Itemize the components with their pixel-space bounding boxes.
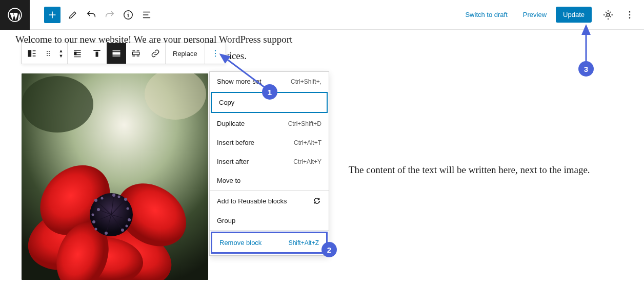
svg-point-11 <box>47 55 48 56</box>
svg-point-9 <box>47 53 48 54</box>
info-icon[interactable] <box>119 6 137 24</box>
svg-point-3 <box>629 11 631 12</box>
edit-mode-icon[interactable] <box>64 6 82 24</box>
wordpress-logo[interactable] <box>0 0 30 30</box>
svg-point-17 <box>215 50 216 51</box>
svg-rect-14 <box>96 52 98 57</box>
switch-to-draft-button[interactable]: Switch to draft <box>459 7 513 23</box>
block-type-icon[interactable] <box>22 43 42 64</box>
svg-point-12 <box>49 55 50 56</box>
add-block-button[interactable] <box>44 7 61 23</box>
settings-icon[interactable] <box>599 6 617 24</box>
svg-point-7 <box>47 51 48 52</box>
link-icon[interactable] <box>146 43 165 64</box>
undo-icon[interactable] <box>82 6 100 24</box>
replace-button[interactable]: Replace <box>166 43 205 64</box>
preview-button[interactable]: Preview <box>517 7 553 23</box>
more-icon[interactable] <box>620 6 639 24</box>
svg-point-4 <box>629 14 631 15</box>
svg-point-18 <box>215 53 216 54</box>
block-toolbar: ▲ ▼ Replace <box>22 43 226 64</box>
svg-rect-6 <box>28 50 32 56</box>
svg-rect-15 <box>113 52 120 55</box>
redo-icon[interactable] <box>100 6 119 24</box>
svg-point-19 <box>215 55 216 56</box>
outline-icon[interactable] <box>137 6 156 24</box>
align-full-icon[interactable] <box>126 43 146 64</box>
drag-handle-icon[interactable] <box>42 43 55 64</box>
move-up-icon: ▲ <box>59 48 64 53</box>
svg-rect-16 <box>132 52 139 55</box>
align-wide-icon[interactable] <box>107 43 126 64</box>
move-arrows[interactable]: ▲ ▼ <box>55 43 67 64</box>
svg-point-2 <box>607 13 610 16</box>
svg-point-5 <box>629 17 631 18</box>
update-button[interactable]: Update <box>556 7 592 23</box>
align-left-icon[interactable] <box>68 43 87 64</box>
move-down-icon: ▼ <box>59 53 64 59</box>
align-top-icon[interactable] <box>87 43 107 64</box>
svg-point-10 <box>49 53 50 54</box>
editor-topbar: Switch to draft Preview Update <box>0 0 644 30</box>
svg-point-8 <box>49 51 50 52</box>
block-more-options-icon[interactable] <box>205 43 226 64</box>
svg-rect-13 <box>74 52 76 55</box>
